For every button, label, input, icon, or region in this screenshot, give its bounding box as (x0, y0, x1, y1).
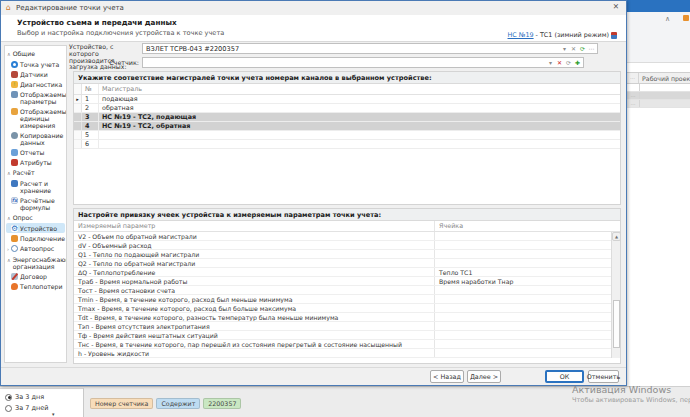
sidebar-section-calculation[interactable]: ∧Расчёт (6, 167, 65, 178)
grid-gutter: ⋯ (627, 73, 639, 83)
magistral-table-header: № Магистраль (74, 84, 620, 95)
col-parameter[interactable]: Измеряемый параметр (74, 221, 435, 231)
sidebar-item-connection[interactable]: Подключение (6, 233, 65, 243)
background-project-grid: ⋯ Рабочий проект ⋯ ⋯ (627, 72, 690, 108)
magistral-row-selected[interactable]: 3 НС №19 - ТС2, подающая (74, 113, 620, 122)
back-button[interactable]: < Назад (430, 370, 464, 383)
device-refresh-icon[interactable]: ⟳ (579, 45, 586, 52)
binding-row[interactable]: Тост - Время остановки счета (74, 286, 620, 295)
binding-row[interactable]: h - Уровень жидкости (74, 349, 620, 358)
ribbon-collapse-icon[interactable]: ∧ (665, 15, 670, 23)
filter-chip-condition[interactable]: Содержит (156, 398, 200, 409)
magistral-row[interactable]: ▸ 1 подающая (74, 95, 620, 104)
device-clear-icon[interactable]: ✕ (570, 45, 577, 52)
cancel-button[interactable]: Отменить (588, 370, 619, 383)
binding-row[interactable]: ΔQ - ТеплопотреблениеТепло ТС1 (74, 268, 620, 277)
period-radio-7days[interactable]: За 7 дней (5, 404, 48, 412)
device-dropdown-icon[interactable]: ▾ (561, 45, 568, 52)
binding-row[interactable]: Тф - Время действия нештатных ситуаций (74, 331, 620, 340)
sidebar-item-metering-point[interactable]: Точка учета (6, 59, 65, 69)
gear-icon: ⚙ (11, 225, 18, 232)
sidebar-item-displayed-units[interactable]: Отображаемые единицы измерения (6, 106, 65, 130)
binding-row[interactable]: Q2 - Тепло по обратной магистрали (74, 259, 620, 268)
counter-add-icon[interactable]: ✚ (574, 59, 581, 66)
scrollbar-thumb[interactable] (613, 300, 620, 348)
counter-clear-icon[interactable]: ✕ (556, 59, 563, 66)
copy-icon (11, 132, 18, 139)
sidebar-item-contract[interactable]: Договор (6, 271, 65, 281)
binding-row[interactable]: Тdt - Время, в течение которого, разност… (74, 313, 620, 322)
screen: ∧ ⋯ Рабочий проект ⋯ ⋯ За 3 дня За 7 дне… (0, 0, 690, 417)
binding-row[interactable]: dV - Объемный расход (74, 241, 620, 250)
project-grid-header[interactable]: ⋯ Рабочий проект (627, 72, 690, 84)
binding-row[interactable]: Тэп - Время отсутствия электропитания (74, 322, 620, 331)
col-num[interactable]: № (82, 84, 99, 94)
dialog-title: Редактирование точки учета (16, 4, 124, 12)
sidebar: ∧Общие Точка учета Датчики !Диагностика … (4, 45, 67, 363)
binding-row[interactable]: Q1 - Тепло по подающей магистрали (74, 250, 620, 259)
period-caret-icon[interactable]: ▾ (52, 411, 55, 417)
chevron-up-icon: ∧ (7, 51, 11, 58)
binding-row[interactable]: Траб - Время нормальной работыВремя нара… (74, 277, 620, 286)
windows-activation-watermark-sub: Чтобы активировать Windows, перейдите (572, 396, 690, 404)
sidebar-item-sensors[interactable]: Датчики (6, 69, 65, 79)
sidebar-item-calc-storage[interactable]: Расчет и хранение (6, 178, 65, 195)
magistral-row[interactable]: 2 обратная (74, 104, 620, 113)
magistral-row[interactable]: 5 (74, 131, 620, 140)
radio-unselected-icon[interactable] (5, 405, 12, 412)
binding-row[interactable]: Тнс - Время, в течение которого, пар пер… (74, 340, 620, 349)
counter-field[interactable]: ▾ ✕ ⟳ ✚ (142, 57, 584, 68)
sidebar-item-calc-formulas[interactable]: fxРасчётные формулы (6, 195, 65, 212)
device-field-value: ВЗЛЕТ ТСРВ-043 #2200357 (146, 45, 239, 53)
row-pointer-icon: ▸ (74, 95, 82, 103)
sidebar-section-autopoll[interactable]: ›Автоопрос (6, 243, 65, 254)
sidebar-item-reports[interactable]: Отчеты (6, 147, 65, 157)
ok-button[interactable]: ОК (545, 370, 584, 383)
sidebar-item-heat-loss[interactable]: Теплопотери (6, 281, 65, 291)
sidebar-item-attributes[interactable]: Атрибуты (6, 157, 65, 167)
contract-icon (11, 273, 18, 280)
tag-icon (11, 159, 18, 166)
list-icon (11, 91, 18, 98)
sidebar-item-diagnostics[interactable]: !Диагностика (6, 79, 65, 89)
sidebar-section-polling[interactable]: ∧Опрос (6, 212, 65, 223)
counter-refresh-icon[interactable]: ⟳ (565, 59, 572, 66)
dialog-titlebar[interactable]: ⌂ Редактирование точки учета ✕ (1, 1, 626, 15)
magistral-row[interactable]: 6 (74, 140, 620, 149)
next-button[interactable]: Далее > (467, 370, 501, 383)
sidebar-item-copy-data[interactable]: Копирование данных (6, 130, 65, 147)
sensor-icon (11, 71, 18, 78)
binding-row[interactable]: Тmin - Время, в течение которого, расход… (74, 295, 620, 304)
col-magistral[interactable]: Магистраль (99, 85, 620, 93)
project-grid-row[interactable]: ⋯ (627, 92, 690, 100)
device-field[interactable]: ВЗЛЕТ ТСРВ-043 #2200357 ▾ ✕ ⟳ ⋯ (142, 43, 598, 54)
context-link[interactable]: НС №19 (508, 31, 534, 39)
binding-table-header: Измеряемый параметр Ячейка (74, 221, 620, 232)
col-cell[interactable]: Ячейка (435, 221, 620, 231)
binding-scrollbar[interactable]: ▲ ▼ (611, 232, 620, 358)
magistral-group-title: Укажите соответствие магистралей точки у… (74, 72, 620, 84)
binding-row[interactable]: V2 - Объем по обратной магистрали (74, 232, 620, 241)
project-grid-row[interactable]: ⋯ (627, 100, 690, 108)
sidebar-section-general[interactable]: ∧Общие (6, 48, 65, 59)
period-radio-3days[interactable]: За 3 дня (5, 393, 44, 401)
ribbon-orange-icon[interactable] (683, 15, 689, 21)
filter-chip-field[interactable]: Номер счетчика (90, 398, 153, 409)
radio-selected-icon[interactable] (5, 394, 12, 401)
sidebar-item-displayed-params[interactable]: Отображаемые параметры (6, 89, 65, 106)
project-grid-row[interactable] (627, 84, 690, 92)
counter-dropdown-icon[interactable]: ▾ (547, 59, 554, 66)
home-icon: ⌂ (6, 4, 11, 12)
binding-row[interactable]: Тmax - Время, в течение которого, расход… (74, 304, 620, 313)
sidebar-item-device[interactable]: ⚙Устройство (6, 223, 65, 233)
sidebar-section-energy-org[interactable]: ∧Энергоснабжающая организация (6, 254, 65, 271)
clock-icon (11, 245, 18, 252)
close-icon[interactable]: ✕ (609, 2, 623, 13)
device-more-icon[interactable]: ⋯ (588, 45, 595, 52)
filter-chip-value[interactable]: 2200357 (203, 398, 241, 409)
counter-field-label: Счетчик: (69, 59, 139, 67)
magistral-row-selected[interactable]: 4 НС №19 - ТС2, обратная (74, 122, 620, 131)
scroll-up-icon[interactable]: ▲ (612, 232, 621, 241)
period-panel: За 3 дня За 7 дней ▾ (0, 388, 84, 417)
chevron-up-icon: ∧ (7, 257, 11, 264)
